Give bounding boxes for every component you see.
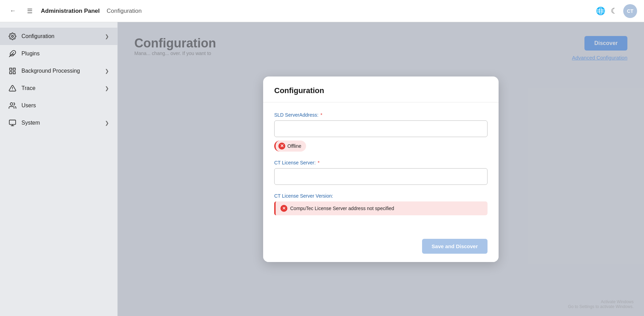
chevron-right-icon-trace: ❯	[105, 85, 109, 91]
chevron-right-icon-bg: ❯	[105, 68, 109, 74]
plugin-icon	[8, 50, 17, 57]
offline-badge: ✕ Offline	[274, 141, 306, 152]
sidebar-item-background-processing[interactable]: Background Processing ❯	[0, 62, 117, 80]
svg-rect-3	[10, 68, 12, 70]
sidebar-item-configuration[interactable]: Configuration ❯	[0, 28, 117, 45]
modal-title: Configuration	[274, 86, 324, 95]
svg-rect-10	[9, 120, 16, 125]
svg-rect-4	[13, 68, 15, 70]
sidebar-item-users[interactable]: Users	[0, 97, 117, 114]
menu-button[interactable]: ☰	[24, 6, 35, 16]
ct-license-label: CT License Server: *	[274, 160, 488, 165]
sidebar-item-trace[interactable]: Trace ❯	[0, 80, 117, 97]
content-area: Configuration Mana... chang... over. If …	[118, 22, 644, 316]
ct-license-version-group: CT License Server Version: ✕ CompuTec Li…	[274, 193, 488, 215]
error-text: CompuTec License Server address not spec…	[290, 206, 394, 211]
system-icon	[8, 119, 17, 127]
sidebar-item-plugins[interactable]: Plugins	[0, 45, 117, 62]
sld-required-star: *	[319, 112, 322, 118]
avatar[interactable]: CT	[623, 4, 637, 18]
modal-header: Configuration	[263, 76, 499, 102]
ct-license-version-label: CT License Server Version:	[274, 193, 488, 199]
sld-server-input[interactable]	[274, 120, 488, 137]
save-discover-button[interactable]: Save and Discover	[422, 239, 488, 254]
svg-point-0	[11, 35, 14, 37]
darkmode-icon[interactable]: ☾	[611, 7, 618, 16]
topbar-actions: 🌐 ☾ CT	[596, 4, 637, 18]
ct-license-error-message: ✕ CompuTec License Server address not sp…	[274, 201, 488, 215]
ct-license-input[interactable]	[274, 168, 488, 185]
ct-required-star: *	[316, 160, 320, 165]
sidebar-label-users: Users	[21, 102, 109, 109]
svg-rect-5	[13, 72, 15, 74]
sidebar-label-background-processing: Background Processing	[21, 68, 100, 74]
globe-icon[interactable]: 🌐	[596, 7, 605, 16]
ct-license-group: CT License Server: *	[274, 160, 488, 185]
sidebar: Configuration ❯ Plugins	[0, 22, 118, 316]
modal-body: SLD ServerAddress: * ✕ Offline CT Licens…	[263, 102, 499, 233]
back-button[interactable]: ←	[7, 6, 19, 16]
background-processing-icon	[8, 67, 17, 75]
sidebar-label-trace: Trace	[21, 85, 100, 91]
modal-overlay: Configuration SLD ServerAddress: * ✕ Off…	[118, 22, 644, 316]
error-x-icon: ✕	[280, 205, 287, 212]
svg-rect-6	[10, 72, 12, 74]
modal-footer: Save and Discover	[263, 233, 499, 262]
main-layout: Configuration ❯ Plugins	[0, 22, 644, 316]
offline-label: Offline	[287, 143, 301, 149]
chevron-right-icon-system: ❯	[105, 120, 109, 126]
sld-server-label: SLD ServerAddress: *	[274, 112, 488, 118]
svg-point-9	[10, 103, 13, 105]
sidebar-item-system[interactable]: System ❯	[0, 114, 117, 132]
topbar: ← ☰ Administration Panel Configuration 🌐…	[0, 0, 644, 22]
chevron-right-icon: ❯	[105, 34, 109, 39]
users-icon	[8, 102, 17, 109]
trace-icon	[8, 84, 17, 92]
sidebar-label-system: System	[21, 120, 100, 126]
sidebar-label-plugins: Plugins	[21, 51, 109, 57]
sld-server-group: SLD ServerAddress: * ✕ Offline	[274, 112, 488, 152]
sidebar-label-configuration: Configuration	[21, 33, 100, 39]
app-subtitle: Configuration	[107, 8, 142, 15]
offline-x-icon: ✕	[278, 143, 285, 150]
gear-icon	[8, 33, 17, 40]
app-title: Administration Panel	[41, 8, 100, 15]
configuration-modal: Configuration SLD ServerAddress: * ✕ Off…	[263, 76, 499, 262]
